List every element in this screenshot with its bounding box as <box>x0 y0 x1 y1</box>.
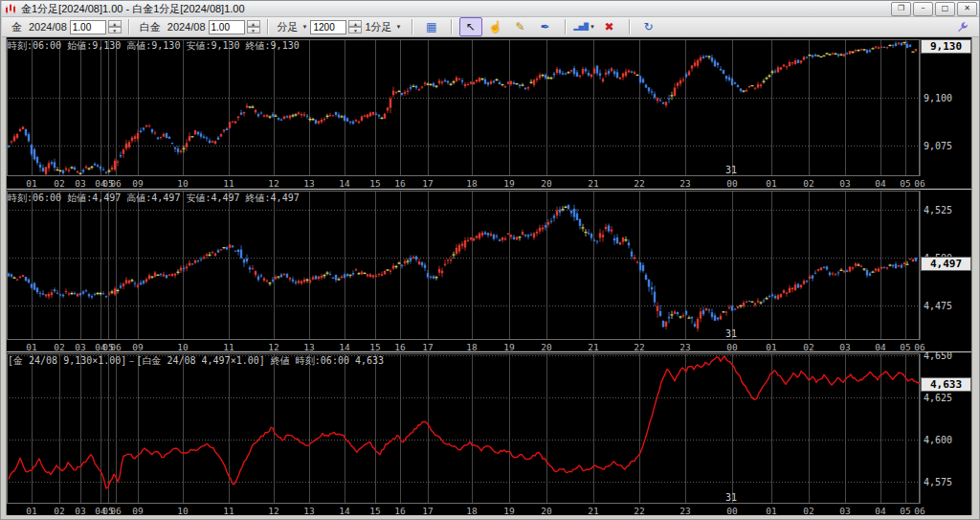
spin-up-button[interactable]: ▲ <box>348 20 362 27</box>
chevron-down-icon: ▼ <box>590 24 595 30</box>
pen-draw-icon: ✒ <box>541 20 550 34</box>
time-tick-label: 11 <box>223 506 234 515</box>
gold-last-price-box: 9,130 <box>921 39 971 54</box>
time-tick-label: 23 <box>679 178 690 189</box>
time-tick-label: 19 <box>503 506 515 515</box>
time-tick-label: 18 <box>466 342 478 351</box>
time-tick-label: 02 <box>803 178 813 189</box>
spin-down-button[interactable]: ▼ <box>247 27 260 34</box>
platinum-contract-month: 2024/08 <box>167 21 206 33</box>
time-tick-label: 02 <box>803 506 813 515</box>
pan-hand-button[interactable]: ☝ <box>484 17 507 36</box>
plot-border <box>8 354 920 504</box>
time-tick-label: 05 <box>900 342 910 351</box>
time-tick-label: 18 <box>466 178 478 189</box>
time-tick-label: 12 <box>268 178 278 189</box>
time-tick-label: 04 <box>875 178 886 189</box>
pencil-draw-icon: ✎ <box>516 20 525 34</box>
spread-line <box>9 356 920 488</box>
gold-ohlc-readout: 時刻:06:00 始値:9,130 高値:9,130 安値:9,130 終値:9… <box>8 39 300 53</box>
app-icon <box>5 4 17 14</box>
indicator-chart-button[interactable]: ▂▅█▼ <box>573 17 596 36</box>
time-tick-label: 22 <box>634 178 644 189</box>
time-tick-label: 06 <box>914 178 925 189</box>
time-tick-label: 17 <box>422 342 433 351</box>
time-tick-label: 01 <box>766 342 777 351</box>
time-axis-labels: 0102030405060910111213141516171819202122… <box>26 165 925 189</box>
platinum-ratio-input[interactable] <box>209 20 245 34</box>
spread-last-price-box: 4,633 <box>921 377 971 392</box>
period-dropdown[interactable]: 分足▼ <box>275 19 311 35</box>
indicator-delete-icon: ✖ <box>605 20 614 34</box>
maximize-button[interactable]: □ <box>935 2 955 16</box>
time-tick-label: 00 <box>726 506 738 515</box>
chart-window-button[interactable]: ▦ <box>420 17 443 36</box>
platinum-label: 白金 <box>140 20 161 34</box>
float-button[interactable]: ❐ <box>891 2 911 16</box>
chart-type-dropdown[interactable]: 1分足▼ <box>362 19 404 35</box>
price-tick-label: 9,100 <box>924 93 952 103</box>
title-bar[interactable]: 金1分足[2024/08]1.00 - 白金1分足[2024/08]1.00 ❐… <box>2 1 980 17</box>
time-tick-label: 00 <box>726 178 738 189</box>
time-tick-label: 19 <box>503 178 515 189</box>
price-tick-label: 9,075 <box>924 141 952 151</box>
cursor-select-button[interactable]: ↖ <box>459 17 482 36</box>
time-tick-label: 11 <box>223 178 234 189</box>
time-tick-label: 20 <box>541 342 552 351</box>
time-tick-label: 02 <box>54 178 64 189</box>
minimize-button[interactable]: – <box>913 2 933 16</box>
gold-ratio-input[interactable] <box>70 20 106 34</box>
time-tick-label: 10 <box>177 342 189 351</box>
price-tick-label: 4,525 <box>924 205 952 215</box>
time-tick-label: 03 <box>75 506 85 515</box>
candles-series <box>8 204 917 331</box>
chevron-down-icon: ▼ <box>396 24 402 30</box>
time-tick-label: 06 <box>110 506 122 515</box>
time-tick-label: 13 <box>303 178 314 189</box>
gold-ratio-spinner: ▲▼ <box>108 20 122 34</box>
time-tick-label: 13 <box>303 506 314 515</box>
time-tick-label: 05 <box>900 506 910 515</box>
indicator-delete-button[interactable]: ✖ <box>598 17 621 36</box>
time-tick-label: 04 <box>875 506 886 515</box>
time-tick-label: 01 <box>766 178 777 189</box>
indicator-chart-icon: ▂▅█ <box>573 23 589 31</box>
bar-count-spinner: ▲▼ <box>348 20 362 34</box>
time-tick-label: 06 <box>914 506 925 515</box>
time-tick-label: 02 <box>54 506 64 515</box>
spread-chart-canvas[interactable]: 4,6504,6254,6004,57501020304050609101112… <box>1 352 980 515</box>
time-tick-label: 01 <box>26 178 37 189</box>
time-tick-label: 09 <box>132 342 144 351</box>
window-title: 金1分足[2024/08]1.00 - 白金1分足[2024/08]1.00 <box>21 2 245 16</box>
pen-draw-button[interactable]: ✒ <box>534 17 557 36</box>
time-tick-label: 02 <box>803 342 813 351</box>
refresh-icon: ↻ <box>644 20 654 34</box>
time-tick-label: 16 <box>394 178 406 189</box>
time-tick-label: 10 <box>177 506 189 515</box>
price-axis-labels: 9,1009,075 <box>924 93 952 151</box>
gold-chart-canvas[interactable]: 9,1009,075010203040506091011121314151617… <box>1 37 980 189</box>
time-tick-label: 06 <box>914 342 925 351</box>
refresh-button[interactable]: ↻ <box>637 17 660 36</box>
spin-down-button[interactable]: ▼ <box>348 27 362 34</box>
spin-up-button[interactable]: ▲ <box>247 20 260 27</box>
chart-window-icon: ▦ <box>426 20 436 34</box>
time-tick-label: 13 <box>303 342 314 351</box>
platinum-chart-canvas[interactable]: 4,5254,5004,4750102030405060910111213141… <box>1 190 980 351</box>
spin-up-button[interactable]: ▲ <box>108 20 122 27</box>
tool-button-group: ▦↖☝✎✒▂▅█▼✖↻ <box>405 17 661 36</box>
gridlines <box>7 353 921 504</box>
spin-down-button[interactable]: ▼ <box>108 27 122 34</box>
date-label: 31 <box>725 328 737 339</box>
close-button[interactable]: ✕ <box>957 2 977 16</box>
time-tick-label: 11 <box>223 342 234 351</box>
platinum-chart-panel: 4,5254,5004,4750102030405060910111213141… <box>1 190 980 351</box>
cursor-select-icon: ↖ <box>466 20 476 34</box>
pencil-draw-button[interactable]: ✎ <box>509 17 532 36</box>
settings-wrench-button[interactable] <box>956 21 969 34</box>
charts-area: 9,1009,075010203040506091011121314151617… <box>1 37 980 515</box>
bar-count-input[interactable] <box>310 20 346 34</box>
app-window: 金1分足[2024/08]1.00 - 白金1分足[2024/08]1.00 ❐… <box>0 0 980 520</box>
toolbar-separator <box>267 19 268 34</box>
time-tick-label: 01 <box>26 506 37 515</box>
